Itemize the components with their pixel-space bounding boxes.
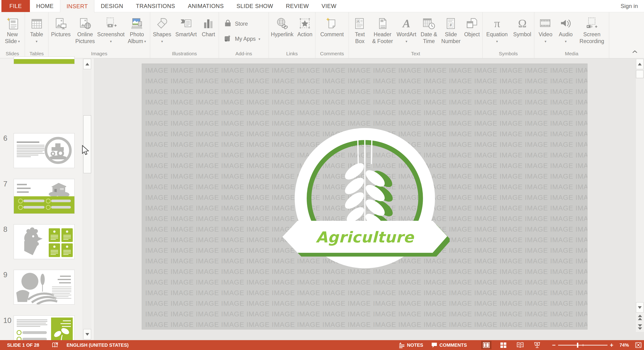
dropdown-arrow-icon: ▾: [565, 39, 567, 44]
header-footer-button[interactable]: Header & Footer: [370, 14, 395, 50]
thumbnail-scrollbar[interactable]: [82, 58, 92, 340]
slide-thumbnail-9[interactable]: [14, 270, 74, 304]
notes-button[interactable]: NOTES: [399, 342, 423, 348]
language-indicator[interactable]: ENGLISH (UNITED STATES): [66, 342, 129, 348]
action-button[interactable]: Action: [295, 14, 315, 50]
svg-text:#: #: [450, 23, 452, 27]
next-slide-button[interactable]: [637, 322, 643, 331]
normal-view-button[interactable]: [481, 341, 492, 349]
slide-thumbnail-6[interactable]: [14, 133, 74, 168]
audio-button[interactable]: Audio ▾: [556, 14, 576, 50]
table-button[interactable]: Table ▾: [30, 14, 44, 50]
screenshot-button[interactable]: Screenshot ▾: [98, 14, 124, 50]
tab-design[interactable]: DESIGN: [94, 0, 130, 12]
dropdown-arrow-icon: ▾: [144, 39, 146, 44]
slide-8-art: [14, 224, 74, 259]
spell-check-icon[interactable]: [52, 342, 58, 348]
chart-label: Chart: [202, 31, 215, 38]
zoom-in-button[interactable]: +: [610, 343, 614, 348]
object-button[interactable]: Object: [462, 14, 482, 50]
canvas-scrollbar[interactable]: [636, 58, 644, 332]
zoom-slider-handle[interactable]: [577, 343, 578, 348]
normal-view-icon: [483, 342, 490, 348]
slide-canvas[interactable]: IMAGE IMAGE IMAGE IMAGE IMAGE IMAGE IMAG…: [142, 64, 588, 330]
tab-insert[interactable]: INSERT: [60, 0, 94, 12]
fit-slide-to-window-button[interactable]: [635, 342, 642, 348]
shapes-icon: [155, 14, 169, 31]
new-slide-button[interactable]: New Slide▾: [5, 14, 20, 50]
canvas-scroll-down-button[interactable]: [636, 302, 644, 312]
my-apps-icon: [224, 34, 232, 44]
chart-button[interactable]: Chart: [199, 14, 218, 50]
slide-number-9: 9: [3, 271, 11, 279]
notes-label: NOTES: [407, 342, 423, 348]
tab-slide-show[interactable]: SLIDE SHOW: [230, 0, 280, 12]
comments-label: COMMENTS: [440, 342, 467, 348]
date-time-button[interactable]: Date & Time: [418, 14, 440, 50]
tab-home[interactable]: HOME: [30, 0, 60, 12]
date-time-label-2: Time: [423, 38, 435, 45]
video-button[interactable]: Video ▾: [536, 14, 556, 50]
slide-number-6: 6: [3, 134, 11, 143]
reading-view-button[interactable]: [515, 341, 525, 349]
shapes-button[interactable]: Shapes ▾: [151, 14, 174, 50]
sign-in-link[interactable]: Sign in: [614, 0, 644, 12]
slide-show-button[interactable]: [532, 341, 542, 349]
new-slide-icon: [6, 14, 20, 31]
equation-button[interactable]: π Equation ▾: [483, 14, 511, 50]
symbol-button[interactable]: Ω Symbol: [511, 14, 534, 50]
tab-view[interactable]: VIEW: [315, 0, 343, 12]
group-label-links: Links: [269, 50, 315, 58]
store-button[interactable]: Store: [224, 19, 248, 29]
pictures-button[interactable]: Pictures: [49, 14, 73, 50]
collapse-ribbon-icon[interactable]: [632, 50, 638, 55]
slide-thumbnail-5-partial[interactable]: [14, 56, 74, 64]
thumbnail-scroll-up-button[interactable]: [83, 59, 91, 69]
slide-thumbnail-8[interactable]: [14, 224, 74, 259]
tab-file[interactable]: FILE: [2, 0, 30, 12]
svg-text:Ω: Ω: [518, 17, 526, 30]
scroll-up-arrow-icon: [638, 63, 642, 66]
comment-label: Comment: [320, 31, 344, 38]
dropdown-arrow-icon: ▾: [161, 39, 163, 44]
comments-button[interactable]: COMMENTS: [431, 342, 467, 348]
tab-review[interactable]: REVIEW: [280, 0, 315, 12]
canvas-scrollbar-thumb[interactable]: [636, 70, 644, 78]
slide-number-button[interactable]: # Slide Number: [440, 14, 462, 50]
tab-animations[interactable]: ANIMATIONS: [182, 0, 230, 12]
table-label: Table: [30, 31, 43, 38]
previous-slide-button[interactable]: [637, 314, 643, 322]
thumbnail-scrollbar-thumb[interactable]: [83, 115, 91, 173]
text-box-label-1: Text: [355, 31, 365, 38]
video-icon: [538, 14, 553, 31]
chart-icon: [201, 14, 215, 31]
zoom-slider[interactable]: [558, 341, 608, 349]
my-apps-button[interactable]: My Apps ▾: [224, 34, 260, 44]
screen-recording-button[interactable]: Screen Recording: [576, 14, 608, 50]
zoom-out-button[interactable]: −: [552, 343, 556, 348]
scroll-down-arrow-icon: [638, 306, 642, 309]
tab-transitions[interactable]: TRANSITIONS: [130, 0, 182, 12]
slide-sorter-view-button[interactable]: [498, 341, 508, 349]
pictures-label: Pictures: [51, 31, 70, 38]
scroll-down-arrow-icon: [86, 333, 89, 336]
thumbnail-scroll-down-button[interactable]: [83, 329, 91, 340]
comment-button[interactable]: Comment: [320, 14, 344, 50]
ribbon-group-media: Video ▾ Audio ▾ Screen Recording: [534, 12, 609, 58]
slide-indicator: SLIDE 1 OF 28: [7, 342, 39, 348]
wordart-button[interactable]: A WordArt ▾: [395, 14, 418, 50]
ribbon-group-slides: New Slide▾ Slides: [0, 12, 25, 58]
screenshot-icon: [104, 14, 118, 31]
hyperlink-button[interactable]: Hyperlink: [269, 14, 295, 50]
text-box-button[interactable]: A Text Box: [349, 14, 370, 50]
agriculture-logo[interactable]: Agriculture: [280, 120, 450, 276]
ribbon: New Slide▾ Slides Table ▾ Tables: [0, 12, 644, 58]
online-pictures-button[interactable]: Online Pictures: [73, 14, 98, 50]
slide-thumbnail-7[interactable]: [14, 179, 74, 214]
new-slide-label-1: New: [7, 31, 18, 38]
photo-album-button[interactable]: Photo Album▾: [124, 14, 150, 50]
zoom-level[interactable]: 74%: [620, 342, 629, 348]
smartart-button[interactable]: SmartArt: [174, 14, 199, 50]
canvas-scroll-up-button[interactable]: [636, 59, 644, 69]
ribbon-group-addins: Store My Apps ▾ Add-ins: [219, 12, 269, 58]
